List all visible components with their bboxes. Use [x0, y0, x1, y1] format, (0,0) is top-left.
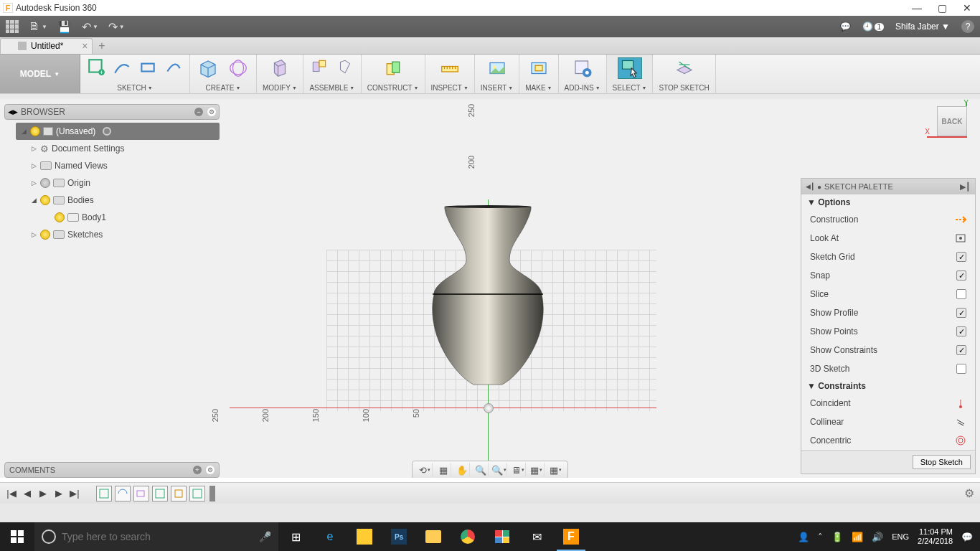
collapse-icon[interactable]: − [194, 108, 203, 116]
save-button[interactable]: 💾 [57, 20, 72, 34]
browser-item-origin[interactable]: ▷Origin [30, 174, 220, 192]
browser-root-node[interactable]: ◢ (Unsaved) [16, 123, 220, 140]
document-tab[interactable]: Untitled* × [0, 38, 93, 54]
ribbon-label[interactable]: ADD-INS▼ [565, 84, 600, 92]
ribbon-label[interactable]: MAKE▼ [525, 84, 552, 92]
stop-sketch-button[interactable]: Stop Sketch [913, 455, 971, 469]
palette-option-show-profile[interactable]: Show Profile✓ [801, 303, 975, 322]
tray-expand-icon[interactable]: ˄ [818, 532, 823, 542]
browser-item-document-settings[interactable]: ▷⚙Document Settings [30, 140, 220, 157]
insert-icon[interactable] [485, 57, 509, 79]
ribbon-label[interactable]: SELECT▼ [613, 84, 647, 92]
browser-item-body1[interactable]: ▷Body1 [44, 209, 220, 226]
clock[interactable]: 11:04 PM 2/24/2018 [918, 527, 953, 546]
joint-icon[interactable] [309, 57, 329, 76]
timeline-start-button[interactable]: |◀ [6, 488, 17, 499]
view-cube-face[interactable]: BACK [937, 106, 967, 136]
palette-option-show-constraints[interactable]: Show Constraints✓ [801, 341, 975, 359]
browser-item-named-views[interactable]: ▷Named Views [30, 157, 220, 174]
view-cube[interactable]: BACK Y X [928, 106, 971, 139]
notifications-icon[interactable]: 💬 [961, 532, 973, 542]
timeline-end-button[interactable]: ▶| [69, 488, 80, 499]
timeline-settings-icon[interactable]: ⚙ [964, 486, 974, 500]
make-icon[interactable] [527, 57, 551, 79]
fit-icon[interactable]: 🔍▾ [491, 463, 507, 477]
task-view-icon[interactable]: ⊞ [278, 522, 313, 551]
viewport-icon[interactable]: ▦▾ [547, 463, 563, 477]
palette-option-slice[interactable]: Slice [801, 285, 975, 303]
palette-option-sketch-grid[interactable]: Sketch Grid✓ [801, 248, 975, 266]
palette-option-look-at[interactable]: Look At [801, 229, 975, 248]
checkbox-icon[interactable]: ✓ [956, 345, 966, 355]
constraint-concentric[interactable]: Concentric [801, 431, 975, 450]
checkbox-icon[interactable]: ✓ [956, 270, 966, 281]
palette-option-show-points[interactable]: Show Points✓ [801, 322, 975, 341]
palette-option-3d-sketch[interactable]: 3D Sketch [801, 359, 975, 378]
create-sketch-icon[interactable]: + [86, 57, 106, 76]
timeline-feature[interactable] [152, 486, 168, 501]
orbit-icon[interactable]: ⟲▾ [417, 463, 433, 477]
store-icon[interactable] [485, 522, 519, 551]
extensions-icon[interactable]: 💬 [840, 22, 851, 32]
select-icon[interactable] [618, 57, 642, 79]
rectangle-icon[interactable] [138, 57, 158, 76]
palette-option-snap[interactable]: Snap✓ [801, 266, 975, 285]
option-icon[interactable] [955, 214, 966, 225]
help-button[interactable]: ? [961, 20, 974, 33]
checkbox-icon[interactable]: ✓ [956, 308, 966, 318]
file-menu-button[interactable]: 🗎▼ [29, 20, 47, 33]
data-panel-icon[interactable] [6, 20, 19, 33]
sticky-notes-icon[interactable] [347, 522, 382, 551]
volume-icon[interactable]: 🔊 [872, 532, 883, 542]
search-input[interactable] [62, 531, 253, 542]
battery-icon[interactable]: 🔋 [831, 532, 843, 542]
timeline-marker[interactable] [209, 486, 215, 501]
option-icon[interactable] [955, 232, 966, 244]
browser-item-sketches[interactable]: ▷Sketches [30, 226, 220, 243]
timeline-play-button[interactable]: ▶ [37, 488, 49, 499]
origin-point[interactable] [484, 403, 494, 413]
chrome-icon[interactable] [451, 522, 485, 551]
redo-button[interactable]: ↷▼ [108, 20, 125, 34]
measure-icon[interactable] [438, 57, 462, 79]
palette-section-options[interactable]: ▼ Options [801, 194, 975, 210]
mail-icon[interactable]: ✉ [519, 522, 554, 551]
undo-button[interactable]: ↶▼ [82, 20, 98, 34]
timeline-prev-button[interactable]: ◀ [22, 488, 33, 499]
window-minimize-button[interactable]: — [912, 3, 922, 13]
ribbon-label[interactable]: SKETCH▼ [117, 84, 153, 92]
workspace-switcher[interactable]: MODEL▼ [0, 55, 80, 93]
zoom-icon[interactable]: 🔍 [473, 463, 489, 477]
start-button[interactable] [0, 522, 34, 551]
extrude-icon[interactable] [196, 57, 220, 79]
edge-icon[interactable]: e [313, 522, 347, 551]
grid-settings-icon[interactable]: ▦▾ [529, 463, 545, 477]
press-pull-icon[interactable] [268, 57, 292, 79]
browser-header[interactable]: ◀▶ BROWSER −⚙ [4, 104, 220, 120]
palette-header[interactable]: ◀┃● SKETCH PALETTE ▶┃ [801, 179, 975, 194]
ribbon-label[interactable]: INSPECT▼ [431, 84, 468, 92]
plane-icon[interactable] [381, 57, 405, 79]
cortana-icon[interactable] [42, 529, 56, 544]
display-settings-icon[interactable]: 🖥▾ [510, 463, 526, 477]
checkbox-icon[interactable]: ✓ [956, 252, 966, 262]
mic-icon[interactable]: 🎤 [259, 531, 271, 542]
line-icon[interactable] [112, 57, 132, 76]
palette-option-construction[interactable]: Construction [801, 210, 975, 229]
fusion360-taskbar-icon[interactable]: F [554, 522, 588, 551]
timeline-feature-sketch[interactable] [96, 486, 112, 501]
ribbon-label[interactable]: ASSEMBLE▼ [309, 84, 354, 92]
revolve-icon[interactable] [226, 57, 250, 79]
file-explorer-icon[interactable] [416, 522, 451, 551]
language-indicator[interactable]: ENG [892, 532, 909, 541]
arc-icon[interactable] [164, 57, 184, 76]
checkbox-icon[interactable]: ✓ [956, 326, 966, 336]
ribbon-label[interactable]: MODIFY▼ [263, 84, 297, 92]
window-close-button[interactable]: ✕ [963, 3, 971, 13]
browser-item-bodies[interactable]: ◢Bodies [30, 192, 220, 209]
checkbox-icon[interactable] [956, 289, 966, 299]
look-at-icon[interactable]: ▦ [435, 463, 451, 477]
settings-icon[interactable]: ⚙ [207, 108, 216, 116]
people-icon[interactable]: 👤 [798, 532, 809, 542]
as-built-joint-icon[interactable] [335, 57, 355, 76]
